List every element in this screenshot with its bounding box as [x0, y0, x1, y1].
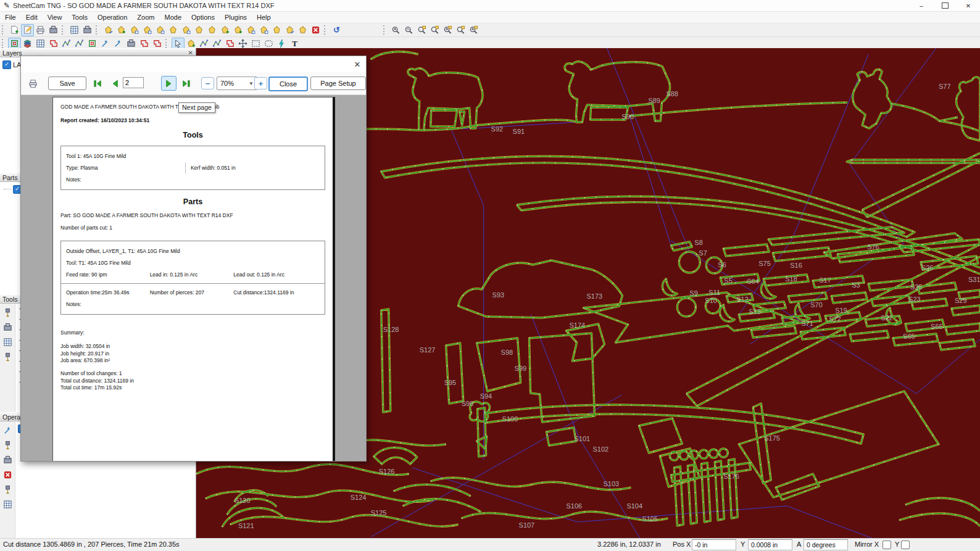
next-page-button[interactable]: [161, 76, 176, 91]
save-part-icon[interactable]: [128, 24, 141, 36]
menu-view[interactable]: View: [43, 13, 67, 22]
toolbar-grip: [62, 25, 65, 35]
close-button[interactable]: Close: [268, 77, 308, 91]
maximize-icon[interactable]: [933, 0, 957, 11]
new-part-icon[interactable]: [102, 24, 115, 36]
zoom-all-parts-icon[interactable]: [428, 24, 441, 36]
pos-x-field[interactable]: [692, 539, 736, 550]
shape-label-s107: S107: [519, 521, 535, 529]
group-part-icon[interactable]: [270, 24, 283, 36]
zoom-window-icon[interactable]: [441, 24, 454, 36]
dialog-close-icon[interactable]: ✕: [349, 60, 366, 69]
undo-icon[interactable]: ↺: [330, 24, 343, 36]
toolbar-grip: [165, 39, 169, 48]
zoom-out-icon[interactable]: [402, 24, 415, 36]
report-icon[interactable]: [296, 24, 309, 36]
menu-zoom[interactable]: Zoom: [132, 13, 159, 22]
pos-y-field[interactable]: [748, 539, 792, 550]
link-part-icon[interactable]: [257, 24, 270, 36]
angle-field[interactable]: [804, 539, 848, 550]
minimize-icon[interactable]: –: [910, 0, 933, 11]
kerf-width: Kerf width: 0.051 in: [185, 162, 320, 173]
menu-help[interactable]: Help: [252, 13, 276, 22]
menu-options[interactable]: Options: [186, 13, 220, 22]
op-table-icon[interactable]: [1, 498, 14, 510]
layers-panel-title: Layers: [2, 49, 22, 57]
zoom-part-icon[interactable]: [415, 24, 428, 36]
tool-table-icon[interactable]: [1, 336, 14, 348]
report-part-line: Part: SO GOD MADE A FARMER SOUTH DAKOTA …: [60, 212, 325, 218]
open-job-icon[interactable]: [21, 24, 34, 36]
menu-tools[interactable]: Tools: [67, 13, 93, 22]
plot-icon[interactable]: [47, 24, 60, 36]
import-part-icon[interactable]: [115, 24, 128, 36]
menu-operation[interactable]: Operation: [93, 13, 132, 22]
mirror-x-checkbox[interactable]: [882, 541, 891, 549]
op-move-icon[interactable]: [1, 424, 14, 436]
save-button[interactable]: Save: [48, 77, 86, 90]
op-drill-icon[interactable]: [1, 439, 14, 451]
previous-page-button[interactable]: [107, 76, 123, 91]
run-post-icon[interactable]: [81, 24, 94, 36]
tool-gcode-icon[interactable]: [1, 321, 14, 333]
layer-checkbox[interactable]: ✓: [2, 60, 11, 69]
mirror-y-checkbox[interactable]: [901, 541, 910, 549]
new-job-icon[interactable]: [8, 24, 21, 36]
shape-label-s3: S3: [852, 281, 860, 289]
op-path-icon[interactable]: [1, 483, 14, 495]
shape-label-s94: S94: [480, 392, 492, 400]
close-icon[interactable]: ✕: [957, 0, 980, 11]
menu-mode[interactable]: Mode: [159, 13, 186, 22]
cut-distance: Cut distance:1324.1169 in: [233, 289, 320, 296]
sheetcam-window: ✎ SheetCam TNG - SO GOD MADE A FARMER SO…: [0, 0, 980, 551]
array-part-icon[interactable]: [206, 24, 218, 36]
zoom-toolbar: [381, 24, 480, 36]
page-setup-button[interactable]: Page Setup: [310, 77, 366, 90]
report-tools-heading: Tools: [60, 131, 325, 139]
app-icon: ✎: [4, 2, 10, 9]
shape-label-s23: S23: [908, 296, 921, 303]
page-number-input[interactable]: [123, 77, 144, 88]
duplicate-part-icon[interactable]: [193, 24, 206, 36]
zoom-level-select[interactable]: 70%▼: [217, 77, 257, 90]
zoom-out-button[interactable]: −: [201, 77, 214, 89]
menu-file[interactable]: File: [0, 13, 21, 22]
last-page-button[interactable]: [178, 76, 194, 91]
copy-part-icon[interactable]: [154, 24, 167, 36]
status-bar: Cut distance 1305.4869 in , 207 Pierces,…: [0, 538, 980, 551]
zoom-in-button[interactable]: +: [254, 77, 267, 89]
delete-part-icon[interactable]: [309, 24, 322, 36]
shape-label-s29: S29: [955, 297, 967, 304]
tool-alert-icon[interactable]: [1, 350, 14, 363]
shape-label-s125: S125: [371, 509, 387, 516]
op-cancel-icon[interactable]: [1, 468, 14, 481]
zoom-material-icon[interactable]: [454, 24, 467, 36]
shape-label-s120: S120: [235, 497, 251, 504]
calculator-icon[interactable]: [68, 24, 81, 36]
total-cut-distance: Total cut distance: 1324.1169 in: [60, 378, 325, 384]
add-tool-icon[interactable]: [1, 306, 14, 318]
feed-rate: Feed rate: 90 ipm: [66, 271, 150, 278]
menu-plugins[interactable]: Plugins: [220, 13, 252, 22]
paste-part-icon[interactable]: [167, 24, 180, 36]
add-shape-icon[interactable]: [180, 24, 193, 36]
shape-label-s22: S22: [881, 314, 893, 321]
preview-area: GOD MADE A FARMER SOUTH DAKOTA WITH TEXT…: [21, 95, 366, 461]
zoom-machine-icon[interactable]: [467, 24, 480, 36]
edit-part-icon[interactable]: [141, 24, 154, 36]
menu-edit[interactable]: Edit: [21, 13, 43, 22]
mirror-part-icon[interactable]: [231, 24, 244, 36]
export-part-icon[interactable]: [218, 24, 231, 36]
zoom-in-icon[interactable]: [389, 24, 402, 36]
shape-label-s9: S9: [689, 289, 697, 297]
nest-part-icon[interactable]: [244, 24, 257, 36]
first-page-button[interactable]: [90, 76, 106, 91]
shape-label-s95: S95: [444, 379, 457, 386]
toolbar-grip: [383, 25, 387, 35]
shape-label-s89: S89: [648, 97, 660, 104]
ungroup-part-icon[interactable]: [283, 24, 296, 36]
shape-label-s70: S70: [810, 301, 823, 309]
op-gcode-icon[interactable]: [1, 454, 14, 466]
print-icon[interactable]: [34, 24, 47, 36]
print-button[interactable]: [25, 76, 41, 91]
